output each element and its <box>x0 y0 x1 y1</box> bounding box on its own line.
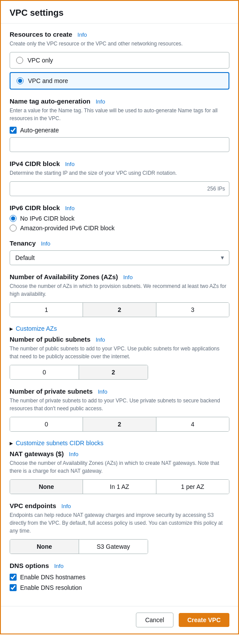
nat-description: Choose the number of Availability Zones … <box>10 459 229 475</box>
dns-options-info-link[interactable]: Info <box>54 563 64 569</box>
private-subnets-label: Number of private subnets <box>10 388 93 395</box>
nat-info-link[interactable]: Info <box>69 451 79 457</box>
private-subnets-0[interactable]: 0 <box>10 417 83 431</box>
ipv4-description: Determine the starting IP and the size o… <box>10 169 229 177</box>
nat-1az[interactable]: In 1 AZ <box>83 480 156 494</box>
auto-generate-checkbox[interactable] <box>10 127 17 134</box>
customize-subnets-triangle: ▶ <box>10 441 13 446</box>
tenancy-info-link[interactable]: Info <box>41 240 51 247</box>
nat-control: None In 1 AZ 1 per AZ <box>10 479 229 494</box>
az-option-1[interactable]: 1 <box>10 303 83 317</box>
create-vpc-button[interactable]: Create VPC <box>179 613 229 627</box>
vpc-and-more-option[interactable]: VPC and more <box>10 72 229 90</box>
customize-subnets-row[interactable]: ▶ Customize subnets CIDR blocks <box>10 440 229 447</box>
dns-hostnames-checkbox[interactable] <box>10 574 17 581</box>
nametag-label: Name tag auto-generation <box>10 97 90 105</box>
page-title: VPC settings <box>1 1 238 24</box>
ipv6-label: IPv6 CIDR block <box>10 204 60 211</box>
nat-per-az[interactable]: 1 per AZ <box>156 480 229 494</box>
dns-options-label: DNS options <box>10 562 49 569</box>
dns-hostnames-label: Enable DNS hostnames <box>20 574 85 581</box>
vpc-only-option[interactable]: VPC only <box>10 52 229 69</box>
ipv4-info-link[interactable]: Info <box>65 161 75 167</box>
nametag-info-link[interactable]: Info <box>96 98 105 105</box>
ipv4-label: IPv4 CIDR block <box>10 160 60 167</box>
ipv6-info-link[interactable]: Info <box>65 205 75 211</box>
dns-resolution-checkbox[interactable] <box>10 584 17 591</box>
az-option-3[interactable]: 3 <box>156 303 229 317</box>
private-subnets-description: The number of private subnets to add to … <box>10 397 229 412</box>
vpc-endpoints-control: None S3 Gateway <box>10 539 148 554</box>
public-subnets-control: 0 2 <box>10 365 148 380</box>
customize-azs-label: Customize AZs <box>16 325 57 332</box>
nametag-description: Enter a value for the Name tag. This val… <box>10 107 229 122</box>
endpoints-s3[interactable]: S3 Gateway <box>79 540 148 554</box>
ip-count: 256 IPs <box>207 186 225 192</box>
endpoints-none[interactable]: None <box>10 540 79 554</box>
vpc-and-more-radio[interactable] <box>17 77 24 84</box>
amazon-ipv6-label: Amazon-provided IPv6 CIDR block <box>20 225 114 232</box>
cancel-button[interactable]: Cancel <box>136 613 173 627</box>
name-tag-input[interactable]: aviatrix-mgt <box>10 137 229 152</box>
amazon-ipv6-radio[interactable] <box>10 225 17 232</box>
private-subnets-control: 0 2 4 <box>10 417 229 432</box>
public-subnets-info-link[interactable]: Info <box>96 336 105 343</box>
vpc-endpoints-description: Endpoints can help reduce NAT gateway ch… <box>10 511 229 535</box>
customize-azs-row[interactable]: ▶ Customize AZs <box>10 325 229 332</box>
public-subnets-2[interactable]: 2 <box>79 365 148 379</box>
dns-resolution-label: Enable DNS resolution <box>20 584 82 591</box>
public-subnets-0[interactable]: 0 <box>10 365 79 379</box>
az-description: Choose the number of AZs in which to pro… <box>10 282 229 298</box>
tenancy-label: Tenancy <box>10 239 36 247</box>
resources-label: Resources to create <box>10 31 72 38</box>
vpc-endpoints-label: VPC endpoints <box>10 502 56 509</box>
no-ipv6-label: No IPv6 CIDR block <box>20 215 74 222</box>
az-segmented-control: 1 2 3 <box>10 302 229 317</box>
resources-info-link[interactable]: Info <box>77 31 87 38</box>
auto-generate-label: Auto-generate <box>20 127 59 134</box>
public-subnets-description: The number of public subnets to add to y… <box>10 345 229 360</box>
customize-subnets-label: Customize subnets CIDR blocks <box>16 440 104 447</box>
az-label: Number of Availability Zones (AZs) <box>10 273 118 280</box>
private-subnets-2[interactable]: 2 <box>83 417 156 431</box>
customize-azs-triangle: ▶ <box>10 326 13 331</box>
private-subnets-info-link[interactable]: Info <box>98 388 107 395</box>
resources-description: Create only the VPC resource or the VPC … <box>10 40 229 48</box>
vpc-only-label: VPC only <box>28 57 53 64</box>
az-option-2[interactable]: 2 <box>83 303 156 317</box>
nat-label: NAT gateways ($) <box>10 450 64 457</box>
tenancy-select[interactable]: Default Dedicated Host <box>10 250 229 265</box>
vpc-only-radio[interactable] <box>16 57 23 64</box>
vpc-and-more-label: VPC and more <box>28 77 68 84</box>
nat-none[interactable]: None <box>10 480 83 494</box>
ipv4-cidr-input[interactable]: 10.0.0.0/24 <box>10 181 229 196</box>
vpc-endpoints-info-link[interactable]: Info <box>62 503 71 509</box>
az-info-link[interactable]: Info <box>123 274 133 280</box>
no-ipv6-radio[interactable] <box>10 215 17 222</box>
private-subnets-4[interactable]: 4 <box>156 417 229 431</box>
public-subnets-label: Number of public subnets <box>10 336 90 343</box>
footer: Cancel Create VPC <box>1 606 238 634</box>
